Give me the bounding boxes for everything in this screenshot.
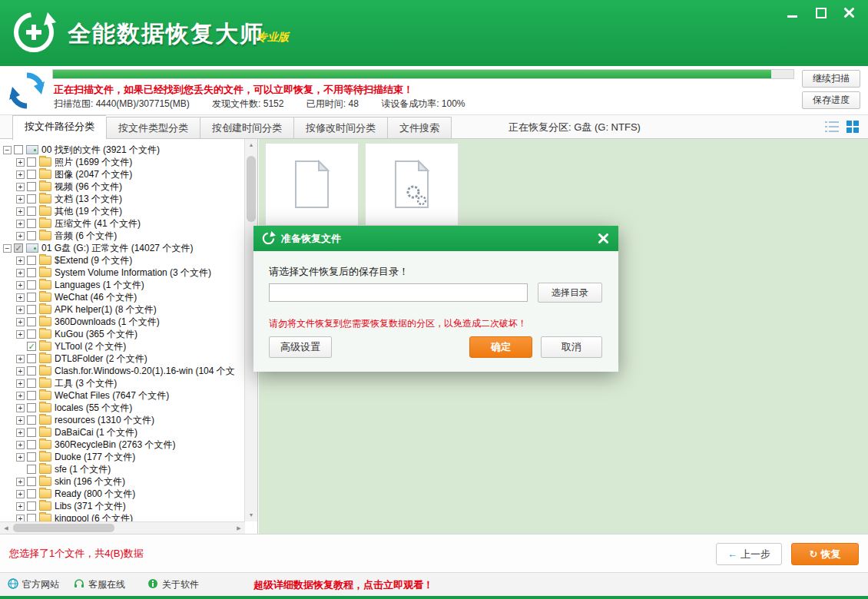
collapse-icon[interactable]: − <box>3 146 12 154</box>
tree-row[interactable]: +skin (196 个文件) <box>0 475 244 488</box>
tree-row[interactable]: +$Extend (9 个文件) <box>0 254 244 266</box>
tree-checkbox[interactable] <box>27 231 36 240</box>
scroll-down-icon[interactable]: ▼ <box>245 510 257 521</box>
tree-row[interactable]: +Clash.for.Windows-0.20(1).16-win (104 个… <box>0 365 244 377</box>
tree-row[interactable]: +工具 (3 个文件) <box>0 377 244 389</box>
tree-checkbox[interactable] <box>27 379 36 388</box>
file-item-document[interactable] <box>265 143 359 226</box>
tree-checkbox[interactable] <box>27 489 36 498</box>
tree-checkbox[interactable] <box>27 440 36 449</box>
tab[interactable]: 按创建时间分类 <box>200 117 293 139</box>
tree-row[interactable]: +Duoke (177 个文件) <box>0 451 244 463</box>
tree-row[interactable]: −✓01 G盘 (G:) 正常文件 (14027 个文件) <box>0 242 244 254</box>
tree-checkbox[interactable] <box>27 157 36 167</box>
expand-icon[interactable]: + <box>16 367 25 376</box>
tab[interactable]: 按文件路径分类 <box>12 115 106 141</box>
minimize-icon[interactable] <box>786 6 799 19</box>
tree-checkbox[interactable] <box>14 145 23 154</box>
tree-row[interactable]: +Libs (371 个文件) <box>0 500 244 512</box>
tree-checkbox[interactable] <box>27 477 36 486</box>
expand-icon[interactable]: + <box>16 441 25 449</box>
expand-icon[interactable]: + <box>16 392 25 400</box>
collapse-icon[interactable]: − <box>3 244 12 253</box>
expand-icon[interactable]: + <box>16 207 25 216</box>
tree-checkbox[interactable] <box>27 465 36 474</box>
tree-row[interactable]: +照片 (1699 个文件) <box>0 156 244 168</box>
expand-icon[interactable]: + <box>16 306 25 314</box>
tree-row[interactable]: +其他 (19 个文件) <box>0 205 244 217</box>
expand-icon[interactable]: + <box>16 478 25 486</box>
tree-checkbox[interactable] <box>27 317 36 326</box>
advanced-settings-button[interactable]: 高级设置 <box>269 336 332 358</box>
tree-checkbox[interactable] <box>27 293 36 302</box>
save-path-input[interactable] <box>269 283 528 302</box>
tree-row[interactable]: +resources (1310 个文件) <box>0 414 244 426</box>
expand-icon[interactable]: + <box>16 281 25 290</box>
tree-checkbox[interactable] <box>27 501 36 511</box>
tab[interactable]: 文件搜索 <box>387 117 452 139</box>
official-site-link[interactable]: 官方网站 <box>8 573 59 597</box>
tree-checkbox[interactable] <box>27 170 36 179</box>
expand-icon[interactable]: + <box>16 404 25 412</box>
tree-row[interactable]: +WeChat Files (7647 个文件) <box>0 389 244 402</box>
expand-icon[interactable]: + <box>16 429 25 437</box>
expand-icon[interactable]: + <box>16 232 25 240</box>
tree-checkbox[interactable] <box>27 305 36 314</box>
expand-icon[interactable]: + <box>16 490 25 498</box>
tree-checkbox[interactable] <box>27 428 36 437</box>
customer-service-link[interactable]: 客服在线 <box>74 573 125 597</box>
file-item-gear-document[interactable] <box>365 143 459 226</box>
scroll-up-icon[interactable]: ▲ <box>245 140 257 151</box>
tree-row[interactable]: +DTL8Folder (2 个文件) <box>0 352 244 365</box>
tree-checkbox[interactable] <box>27 354 36 363</box>
tree-row[interactable]: +Languages (1 个文件) <box>0 279 244 291</box>
expand-icon[interactable]: + <box>16 269 25 277</box>
tab[interactable]: 按修改时间分类 <box>293 117 387 139</box>
vertical-scroll-thumb[interactable] <box>247 156 256 222</box>
scroll-left-icon[interactable]: ◀ <box>1 522 12 534</box>
expand-icon[interactable]: + <box>16 453 25 462</box>
horizontal-scrollbar[interactable]: ◀ ▶ <box>0 521 245 534</box>
tree-checkbox[interactable] <box>27 366 36 376</box>
tree-checkbox[interactable] <box>27 207 36 216</box>
tree-row[interactable]: +System Volume Information (3 个文件) <box>0 266 244 279</box>
tree-row[interactable]: +压缩文件 (41 个文件) <box>0 217 244 230</box>
tree-row[interactable]: sfe (1 个文件) <box>0 463 244 475</box>
tree-row[interactable]: +图像 (2047 个文件) <box>0 168 244 180</box>
save-progress-button[interactable]: 保存进度 <box>802 91 860 109</box>
expand-icon[interactable]: + <box>16 293 25 302</box>
tree-checkbox[interactable]: ✓ <box>14 243 23 253</box>
expand-icon[interactable]: + <box>16 330 25 339</box>
expand-icon[interactable]: + <box>16 195 25 204</box>
expand-icon[interactable]: + <box>16 220 25 228</box>
about-software-link[interactable]: 关于软件 <box>147 573 199 597</box>
tree-checkbox[interactable] <box>27 182 36 191</box>
tree-row[interactable]: +DaBaiCai (1 个文件) <box>0 426 244 438</box>
expand-icon[interactable]: + <box>16 318 25 326</box>
tree-checkbox[interactable] <box>27 329 36 339</box>
maximize-icon[interactable] <box>814 6 827 19</box>
tutorial-promo-link[interactable]: 超级详细数据恢复教程，点击立即观看！ <box>253 573 433 597</box>
tree-row[interactable]: −00 找到的文件 (3921 个文件) <box>0 144 244 156</box>
tree-row[interactable]: +KuGou (365 个文件) <box>0 328 244 340</box>
tab[interactable]: 按文件类型分类 <box>106 117 200 139</box>
back-button[interactable]: ←上一步 <box>716 543 782 565</box>
expand-icon[interactable]: + <box>16 355 25 363</box>
tree-row[interactable]: +文档 (13 个文件) <box>0 193 244 205</box>
expand-icon[interactable]: + <box>16 158 25 167</box>
browse-directory-button[interactable]: 选择目录 <box>538 283 602 303</box>
scroll-right-icon[interactable]: ▶ <box>234 522 244 534</box>
recover-button[interactable]: ↻恢复 <box>791 543 859 565</box>
expand-icon[interactable]: + <box>16 416 25 425</box>
tree-row[interactable]: ✓YLTool (2 个文件) <box>0 340 244 352</box>
expand-icon[interactable]: + <box>16 183 25 191</box>
close-icon[interactable] <box>843 6 856 19</box>
tree-row[interactable]: +360RecycleBin (2763 个文件) <box>0 438 244 451</box>
tree-row[interactable]: +音频 (6 个文件) <box>0 230 244 242</box>
continue-scan-button[interactable]: 继续扫描 <box>802 70 860 88</box>
cancel-button[interactable]: 取消 <box>541 336 602 358</box>
grid-view-icon[interactable] <box>846 121 860 133</box>
ok-button[interactable]: 确定 <box>469 336 532 358</box>
expand-icon[interactable]: + <box>16 170 25 179</box>
tree-row[interactable]: +视频 (96 个文件) <box>0 180 244 193</box>
